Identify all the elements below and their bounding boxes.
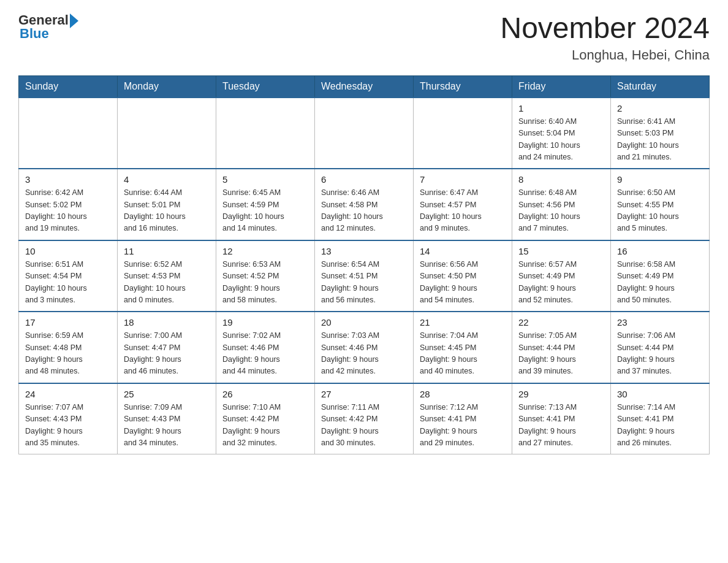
day-info: Sunrise: 7:13 AMSunset: 4:41 PMDaylight:… [518, 402, 604, 450]
weekday-header-friday: Friday [512, 75, 611, 98]
calendar-cell: 1Sunrise: 6:40 AMSunset: 5:04 PMDaylight… [512, 98, 611, 169]
day-info: Sunrise: 6:45 AMSunset: 4:59 PMDaylight:… [222, 187, 308, 235]
calendar-cell: 23Sunrise: 7:06 AMSunset: 4:44 PMDayligh… [611, 312, 710, 383]
day-info: Sunrise: 7:06 AMSunset: 4:44 PMDaylight:… [617, 330, 703, 378]
calendar-cell: 16Sunrise: 6:58 AMSunset: 4:49 PMDayligh… [611, 240, 710, 312]
calendar-cell: 7Sunrise: 6:47 AMSunset: 4:57 PMDaylight… [414, 169, 512, 240]
day-number: 3 [25, 174, 111, 185]
day-number: 6 [321, 174, 407, 185]
calendar-cell: 19Sunrise: 7:02 AMSunset: 4:46 PMDayligh… [216, 312, 315, 383]
day-info: Sunrise: 7:14 AMSunset: 4:41 PMDaylight:… [617, 402, 703, 450]
calendar-cell: 25Sunrise: 7:09 AMSunset: 4:43 PMDayligh… [118, 383, 216, 454]
day-info: Sunrise: 7:00 AMSunset: 4:47 PMDaylight:… [124, 330, 210, 378]
day-info: Sunrise: 7:10 AMSunset: 4:42 PMDaylight:… [222, 402, 308, 450]
month-title: November 2024 [500, 12, 710, 45]
day-number: 15 [518, 246, 604, 256]
day-number: 29 [518, 389, 604, 399]
calendar-cell: 3Sunrise: 6:42 AMSunset: 5:02 PMDaylight… [19, 169, 118, 240]
day-number: 22 [518, 317, 604, 327]
calendar-cell: 28Sunrise: 7:12 AMSunset: 4:41 PMDayligh… [414, 383, 512, 454]
day-info: Sunrise: 6:41 AMSunset: 5:03 PMDaylight:… [617, 116, 703, 164]
day-number: 11 [124, 246, 210, 256]
calendar-cell: 12Sunrise: 6:53 AMSunset: 4:52 PMDayligh… [216, 240, 315, 312]
logo-blue-text: Blue [20, 26, 49, 42]
day-number: 9 [617, 174, 703, 185]
weekday-header-thursday: Thursday [414, 75, 512, 98]
day-info: Sunrise: 6:46 AMSunset: 4:58 PMDaylight:… [321, 187, 407, 235]
day-info: Sunrise: 6:48 AMSunset: 4:56 PMDaylight:… [518, 187, 604, 235]
calendar-cell [118, 98, 216, 169]
calendar-cell: 26Sunrise: 7:10 AMSunset: 4:42 PMDayligh… [216, 383, 315, 454]
calendar-cell: 10Sunrise: 6:51 AMSunset: 4:54 PMDayligh… [19, 240, 118, 312]
calendar-cell: 15Sunrise: 6:57 AMSunset: 4:49 PMDayligh… [512, 240, 611, 312]
day-info: Sunrise: 6:59 AMSunset: 4:48 PMDaylight:… [25, 330, 111, 378]
calendar-cell: 14Sunrise: 6:56 AMSunset: 4:50 PMDayligh… [414, 240, 512, 312]
day-number: 27 [321, 389, 407, 399]
day-number: 5 [222, 174, 308, 185]
calendar-cell: 24Sunrise: 7:07 AMSunset: 4:43 PMDayligh… [19, 383, 118, 454]
day-info: Sunrise: 7:02 AMSunset: 4:46 PMDaylight:… [222, 330, 308, 378]
calendar-cell: 8Sunrise: 6:48 AMSunset: 4:56 PMDaylight… [512, 169, 611, 240]
day-info: Sunrise: 6:42 AMSunset: 5:02 PMDaylight:… [25, 187, 111, 235]
day-info: Sunrise: 7:12 AMSunset: 4:41 PMDaylight:… [420, 402, 506, 450]
calendar-cell: 27Sunrise: 7:11 AMSunset: 4:42 PMDayligh… [315, 383, 414, 454]
weekday-header-row: SundayMondayTuesdayWednesdayThursdayFrid… [19, 75, 710, 98]
weekday-header-sunday: Sunday [19, 75, 118, 98]
day-info: Sunrise: 6:56 AMSunset: 4:50 PMDaylight:… [420, 259, 506, 307]
day-number: 17 [25, 317, 111, 327]
calendar-cell: 29Sunrise: 7:13 AMSunset: 4:41 PMDayligh… [512, 383, 611, 454]
calendar-cell [315, 98, 414, 169]
day-info: Sunrise: 7:03 AMSunset: 4:46 PMDaylight:… [321, 330, 407, 378]
day-number: 8 [518, 174, 604, 185]
day-number: 26 [222, 389, 308, 399]
day-number: 20 [321, 317, 407, 327]
calendar-cell: 5Sunrise: 6:45 AMSunset: 4:59 PMDaylight… [216, 169, 315, 240]
logo: General Blue [18, 12, 78, 42]
calendar-cell: 20Sunrise: 7:03 AMSunset: 4:46 PMDayligh… [315, 312, 414, 383]
day-number: 7 [420, 174, 506, 185]
day-number: 16 [617, 246, 703, 256]
weekday-header-monday: Monday [118, 75, 216, 98]
day-number: 19 [222, 317, 308, 327]
calendar-cell [414, 98, 512, 169]
week-row-1: 1Sunrise: 6:40 AMSunset: 5:04 PMDaylight… [19, 98, 710, 169]
calendar-cell: 4Sunrise: 6:44 AMSunset: 5:01 PMDaylight… [118, 169, 216, 240]
calendar-cell: 6Sunrise: 6:46 AMSunset: 4:58 PMDaylight… [315, 169, 414, 240]
calendar-cell: 2Sunrise: 6:41 AMSunset: 5:03 PMDaylight… [611, 98, 710, 169]
logo-arrow-icon [70, 13, 78, 28]
day-number: 30 [617, 389, 703, 399]
day-info: Sunrise: 6:52 AMSunset: 4:53 PMDaylight:… [124, 259, 210, 307]
calendar-cell: 30Sunrise: 7:14 AMSunset: 4:41 PMDayligh… [611, 383, 710, 454]
location-title: Longhua, Hebei, China [500, 47, 710, 63]
calendar-cell [216, 98, 315, 169]
day-info: Sunrise: 6:51 AMSunset: 4:54 PMDaylight:… [25, 259, 111, 307]
week-row-2: 3Sunrise: 6:42 AMSunset: 5:02 PMDaylight… [19, 169, 710, 240]
day-number: 1 [518, 103, 604, 113]
day-number: 25 [124, 389, 210, 399]
day-info: Sunrise: 6:44 AMSunset: 5:01 PMDaylight:… [124, 187, 210, 235]
day-number: 24 [25, 389, 111, 399]
day-info: Sunrise: 6:58 AMSunset: 4:49 PMDaylight:… [617, 259, 703, 307]
day-info: Sunrise: 6:47 AMSunset: 4:57 PMDaylight:… [420, 187, 506, 235]
calendar-cell: 9Sunrise: 6:50 AMSunset: 4:55 PMDaylight… [611, 169, 710, 240]
calendar-cell [19, 98, 118, 169]
day-info: Sunrise: 6:54 AMSunset: 4:51 PMDaylight:… [321, 259, 407, 307]
calendar-cell: 11Sunrise: 6:52 AMSunset: 4:53 PMDayligh… [118, 240, 216, 312]
calendar-table: SundayMondayTuesdayWednesdayThursdayFrid… [18, 75, 710, 455]
day-number: 28 [420, 389, 506, 399]
calendar-cell: 18Sunrise: 7:00 AMSunset: 4:47 PMDayligh… [118, 312, 216, 383]
day-info: Sunrise: 7:04 AMSunset: 4:45 PMDaylight:… [420, 330, 506, 378]
page-header: General Blue November 2024 Longhua, Hebe… [18, 12, 710, 63]
day-info: Sunrise: 6:40 AMSunset: 5:04 PMDaylight:… [518, 116, 604, 164]
day-number: 18 [124, 317, 210, 327]
day-number: 23 [617, 317, 703, 327]
day-info: Sunrise: 7:11 AMSunset: 4:42 PMDaylight:… [321, 402, 407, 450]
day-info: Sunrise: 6:53 AMSunset: 4:52 PMDaylight:… [222, 259, 308, 307]
day-number: 2 [617, 103, 703, 113]
weekday-header-wednesday: Wednesday [315, 75, 414, 98]
week-row-5: 24Sunrise: 7:07 AMSunset: 4:43 PMDayligh… [19, 383, 710, 454]
calendar-cell: 22Sunrise: 7:05 AMSunset: 4:44 PMDayligh… [512, 312, 611, 383]
day-number: 10 [25, 246, 111, 256]
week-row-3: 10Sunrise: 6:51 AMSunset: 4:54 PMDayligh… [19, 240, 710, 312]
day-number: 13 [321, 246, 407, 256]
